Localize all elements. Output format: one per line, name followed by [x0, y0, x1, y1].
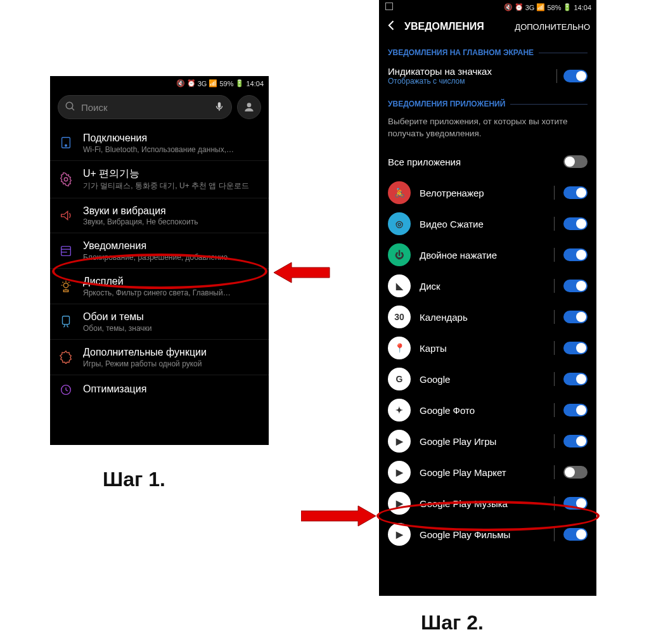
divider	[554, 527, 555, 541]
app-label: Диск	[420, 281, 545, 292]
app-icon: ✦	[388, 399, 411, 422]
app-toggle[interactable]	[563, 404, 588, 416]
app-toggle[interactable]	[563, 435, 588, 448]
clock-text: 14:04	[246, 80, 264, 87]
app-toggle[interactable]	[563, 186, 588, 199]
search-input[interactable]: Поиск	[58, 95, 232, 119]
back-icon[interactable]	[385, 19, 398, 34]
app-label: Календарь	[420, 312, 545, 323]
settings-item-icon	[58, 382, 74, 398]
more-button[interactable]: ДОПОЛНИТЕЛЬНО	[515, 22, 590, 32]
settings-item-sub: Обои, темы, значки	[83, 324, 261, 333]
app-row[interactable]: GGoogle	[379, 364, 596, 395]
app-toggle[interactable]	[563, 528, 588, 541]
settings-item-sub: 기가 멀티패스, 통화중 대기, U+ 추천 앱 다운로드	[83, 181, 261, 191]
network-icon: 3G	[525, 4, 535, 11]
settings-item-title: Оптимизация	[83, 383, 261, 396]
mute-icon: 🔇	[176, 79, 185, 87]
search-placeholder: Поиск	[81, 102, 108, 113]
badge-setting[interactable]: Индикаторы на значках Отображать с число…	[379, 61, 596, 91]
app-label: Google Фото	[420, 405, 545, 416]
settings-item-title: Подключения	[83, 132, 261, 145]
settings-item[interactable]: УведомленияБлокирование, разрешение, доб…	[50, 233, 269, 269]
app-row[interactable]: ▶Google Play Игры	[379, 426, 596, 457]
app-icon: ▶	[388, 523, 411, 546]
settings-item-icon	[58, 171, 74, 188]
app-toggle[interactable]	[563, 280, 588, 292]
settings-item-sub: Звуки, Вибрация, Не беспокоить	[83, 217, 261, 226]
settings-item-sub: Яркость, Фильтр синего света, Главный…	[83, 288, 261, 297]
app-row[interactable]: 📍Карты	[379, 333, 596, 364]
status-bar: 🔇 ⏰ 3G 📶 58% 🔋 14:04	[379, 0, 596, 14]
settings-item-sub: Игры, Режим работы одной рукой	[83, 359, 261, 368]
badge-toggle[interactable]	[563, 70, 588, 82]
app-row[interactable]: ▶Google Play Фильмы	[379, 519, 596, 550]
app-row[interactable]: ▶Google Play Музыка	[379, 488, 596, 519]
phone-notifications: 🔇 ⏰ 3G 📶 58% 🔋 14:04 УВЕДОМЛЕНИЯ ДОПОЛНИ…	[379, 0, 596, 596]
app-label: Google Play Фильмы	[420, 529, 545, 540]
svg-marker-15	[301, 506, 376, 526]
app-row[interactable]: 30Календарь	[379, 302, 596, 333]
network-icon: 3G	[198, 80, 207, 87]
svg-point-5	[65, 145, 67, 147]
app-toggle[interactable]	[563, 466, 588, 479]
divider	[554, 279, 555, 293]
divider	[554, 217, 555, 231]
svg-point-6	[64, 177, 68, 181]
app-icon: ◣	[388, 274, 411, 297]
app-label: Карты	[420, 343, 545, 354]
app-icon: 30	[388, 306, 411, 328]
header-bar: УВЕДОМЛЕНИЯ ДОПОЛНИТЕЛЬНО	[379, 14, 596, 39]
app-toggle[interactable]	[563, 217, 588, 230]
settings-item[interactable]: Обои и темыОбои, темы, значки	[50, 304, 269, 340]
app-toggle[interactable]	[563, 311, 588, 323]
section-description: Выберите приложения, от которых вы хотит…	[379, 112, 596, 146]
settings-item-title: Звуки и вибрация	[83, 205, 261, 218]
settings-item[interactable]: ПодключенияWi-Fi, Bluetooth, Использован…	[50, 126, 269, 161]
app-row[interactable]: ◎Видео Сжатие	[379, 209, 596, 240]
battery-text: 59%	[219, 80, 233, 87]
settings-item[interactable]: ДисплейЯркость, Фильтр синего света, Гла…	[50, 269, 269, 304]
app-row[interactable]: ▶Google Play Маркет	[379, 457, 596, 488]
settings-item[interactable]: Оптимизация	[50, 375, 269, 404]
app-toggle[interactable]	[563, 497, 588, 510]
clock-text: 14:04	[574, 4, 591, 11]
app-icon: ◎	[388, 212, 411, 235]
settings-item-title: Уведомления	[83, 240, 261, 253]
app-icon: G	[388, 368, 411, 390]
app-label: Google	[420, 374, 545, 385]
app-icon: ⏻	[388, 243, 411, 266]
alarm-icon: ⏰	[187, 79, 196, 87]
app-toggle[interactable]	[563, 342, 588, 354]
app-label: Google Play Музыка	[420, 498, 545, 509]
app-toggle[interactable]	[563, 248, 588, 261]
divider	[554, 465, 555, 479]
app-row[interactable]: 🚴Велотренажер	[379, 177, 596, 209]
app-label: Google Play Игры	[420, 436, 545, 447]
settings-item[interactable]: Звуки и вибрацияЗвуки, Вибрация, Не бесп…	[50, 198, 269, 234]
all-apps-row[interactable]: Все приложения	[379, 146, 596, 177]
settings-item-icon	[58, 243, 74, 259]
app-icon: 🚴	[388, 181, 411, 204]
annotation-arrow-1	[274, 259, 331, 287]
battery-icon: 🔋	[235, 79, 244, 87]
settings-item[interactable]: Дополнительные функцииИгры, Режим работы…	[50, 340, 269, 375]
mute-icon: 🔇	[504, 3, 513, 11]
search-row: Поиск	[50, 90, 269, 126]
app-toggle[interactable]	[563, 373, 588, 385]
app-row[interactable]: ✦Google Фото	[379, 395, 596, 426]
svg-point-0	[66, 102, 73, 109]
svg-rect-7	[61, 246, 71, 255]
mic-icon[interactable]	[214, 101, 225, 114]
settings-item[interactable]: U+ 편의기능기가 멀티패스, 통화중 대기, U+ 추천 앱 다운로드	[50, 161, 269, 198]
app-row[interactable]: ◣Диск	[379, 271, 596, 302]
app-row[interactable]: ⏻Двойное нажатие	[379, 240, 596, 271]
svg-marker-14	[274, 262, 330, 283]
settings-item-sub: Wi-Fi, Bluetooth, Использование данных,…	[83, 145, 261, 154]
all-apps-toggle[interactable]	[563, 155, 588, 168]
alarm-icon: ⏰	[515, 3, 524, 11]
battery-text: 58%	[547, 4, 561, 11]
app-label: Велотренажер	[420, 188, 545, 198]
badge-title: Индикаторы на значках	[388, 66, 550, 77]
profile-button[interactable]	[237, 95, 261, 119]
